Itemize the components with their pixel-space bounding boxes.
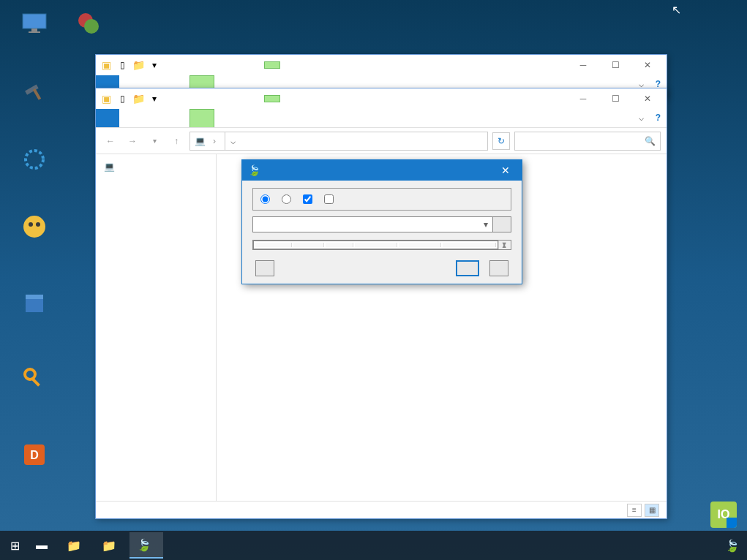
col-free[interactable] (443, 243, 496, 247)
tab-file[interactable] (96, 109, 119, 127)
cursor-icon: ↖ (672, 3, 681, 17)
svg-point-10 (36, 222, 40, 227)
refresh-button[interactable]: ↻ (492, 132, 510, 150)
tools-label (264, 95, 280, 102)
gear-icon (20, 145, 49, 174)
svg-point-4 (84, 19, 99, 34)
nav-history[interactable]: ▾ (146, 132, 163, 150)
col-restore[interactable] (255, 243, 292, 247)
explorer-window-front[interactable]: ▣ ▯ 📁 ▾ ─ ☐ ✕ ⌵ ? ← → ▾ ↑ 💻 › ⌵ ↻ (95, 88, 667, 519)
image-path-input[interactable] (252, 216, 495, 232)
chevron-icon: › (213, 136, 216, 146)
tray-icon[interactable]: 🍃 (725, 539, 740, 553)
svg-rect-12 (26, 295, 43, 299)
svg-rect-0 (23, 14, 46, 29)
dialog-close-button[interactable]: ✕ (495, 160, 516, 181)
col-total[interactable] (399, 243, 441, 247)
leaf-icon: 🍃 (248, 164, 260, 176)
box-icon (20, 289, 49, 318)
pc-icon (20, 9, 49, 38)
svg-point-8 (23, 216, 45, 238)
svg-text:D: D (30, 449, 39, 461)
address-field[interactable]: 💻 › ⌵ (189, 132, 488, 151)
tab-view[interactable] (166, 109, 189, 127)
onekey-ghost-dialog[interactable]: 🍃 ✕ ▾ (241, 159, 522, 284)
advanced-button[interactable] (255, 260, 274, 276)
dialog-titlebar[interactable]: 🍃 ✕ (242, 160, 522, 181)
taskbar: ⊞ ▬ 📁 📁 🍃 🍃 (0, 531, 747, 560)
system-tray[interactable]: 🍃 (725, 539, 744, 553)
titlebar-back[interactable]: ▣ ▯ 📁 ▾ ─ ☐ ✕ (96, 55, 667, 75)
search-input[interactable]: 🔍 (514, 132, 661, 151)
taskbar-j[interactable]: 📁 (94, 532, 128, 559)
desktop-icon-winpass[interactable] (9, 364, 60, 396)
folder-icon: 📁 (102, 539, 116, 553)
desktop-icon-diskgenius[interactable]: D (9, 440, 60, 472)
desktop-icon-thispc[interactable] (9, 9, 60, 41)
leaf-icon: 🍃 (137, 538, 151, 552)
maximize-button[interactable]: ☐ (599, 56, 631, 75)
watermark: IO (710, 502, 741, 528)
nav-back[interactable]: ← (102, 132, 119, 150)
col-sys[interactable] (326, 243, 353, 247)
addressbar: ← → ▾ ↑ 💻 › ⌵ ↻ 🔍 (96, 128, 667, 154)
desktop-icon-ghost[interactable] (9, 212, 60, 244)
view-icons-button[interactable]: ▦ (645, 504, 659, 517)
check-ghost32[interactable] (303, 194, 315, 204)
taskbar-h[interactable]: 📁 (59, 532, 93, 559)
cancel-button[interactable] (489, 260, 508, 276)
tab-share[interactable] (143, 109, 166, 127)
taskbar-drive-icon[interactable]: ▬ (29, 532, 58, 559)
drive-icon: ▬ (36, 539, 48, 552)
minimize-button[interactable]: ─ (567, 89, 599, 108)
table-scrollbar[interactable] (498, 241, 511, 249)
svg-point-9 (29, 222, 33, 227)
hammer-icon (20, 79, 49, 108)
col-disk[interactable] (293, 243, 324, 247)
desktop-icon-partition[interactable] (63, 9, 114, 41)
svg-point-7 (26, 151, 43, 168)
tab-manage[interactable] (189, 109, 214, 127)
close-button[interactable]: ✕ (631, 56, 664, 75)
tree-root-thispc[interactable]: 💻 (96, 159, 216, 175)
svg-rect-2 (29, 31, 40, 33)
svg-rect-1 (31, 29, 37, 31)
tb-sep-icon: ▯ (115, 91, 129, 106)
maximize-button[interactable]: ☐ (599, 89, 631, 108)
start-button[interactable]: ⊞ (3, 532, 27, 559)
crumb-pc[interactable]: 💻 (195, 136, 209, 146)
sidebar: 💻 (96, 154, 217, 501)
desktop-icon-dism[interactable] (9, 145, 60, 177)
dropdown-icon[interactable]: ▾ (147, 91, 162, 106)
dropdown-icon[interactable]: ▾ (147, 58, 162, 72)
search-icon: 🔍 (645, 136, 656, 146)
ok-button[interactable] (456, 260, 479, 276)
tab-home[interactable] (119, 109, 143, 127)
desktop-icon-wininstall[interactable] (9, 289, 60, 321)
svg-rect-11 (26, 298, 43, 312)
radio-backup[interactable] (282, 194, 294, 204)
radio-restore[interactable] (260, 194, 273, 204)
view-details-button[interactable]: ≡ (627, 504, 642, 517)
folder-icon: ▣ (99, 58, 113, 72)
desktop-icon-cgi[interactable] (9, 79, 60, 111)
ribbon-expand[interactable]: ⌵ (633, 109, 650, 127)
tools-label (264, 61, 280, 69)
svg-rect-6 (33, 88, 41, 100)
col-vol[interactable] (355, 243, 397, 247)
key-icon (20, 364, 49, 393)
close-button[interactable]: ✕ (631, 89, 664, 108)
partition-table[interactable] (253, 241, 498, 249)
nav-forward[interactable]: → (124, 132, 141, 150)
nav-up[interactable]: ↑ (168, 132, 185, 150)
open-button[interactable] (492, 216, 511, 232)
taskbar-onekey[interactable]: 🍃 (129, 532, 163, 559)
disk-icon: D (20, 440, 49, 469)
titlebar-front[interactable]: ▣ ▯ 📁 ▾ ─ ☐ ✕ (96, 88, 667, 109)
folder-icon: 📁 (67, 539, 81, 553)
tb-sep-icon: ▯ (115, 58, 129, 72)
help-button[interactable]: ? (650, 109, 667, 127)
address-dropdown[interactable]: ⌵ (225, 132, 241, 150)
minimize-button[interactable]: ─ (567, 56, 599, 75)
check-manual[interactable] (324, 194, 337, 204)
